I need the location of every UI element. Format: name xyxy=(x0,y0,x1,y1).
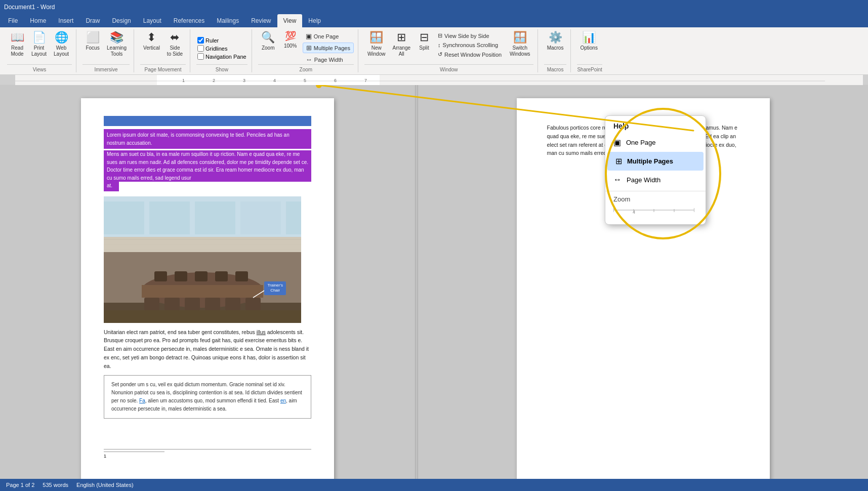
title-selection xyxy=(104,116,311,126)
learning-tools-label: LearningTools xyxy=(107,45,127,57)
window-group: 🪟 NewWindow ⊞ ArrangeAll ⊟ Split ⊟ View … xyxy=(360,29,538,72)
tab-review[interactable]: Review xyxy=(245,14,277,27)
print-layout-label: PrintLayout xyxy=(31,45,47,57)
tab-file[interactable]: File xyxy=(2,14,24,27)
zoom-popup-one-page[interactable]: ▣ One Page xyxy=(605,133,706,152)
ruler: 1 2 3 4 5 6 7 xyxy=(15,75,863,85)
selected-text-block-2: Mens am suet cu bla, in ea male rum squi… xyxy=(104,150,311,182)
new-window-icon: 🪟 xyxy=(369,31,383,44)
switch-windows-button[interactable]: 🪟 SwitchWindows xyxy=(507,29,533,59)
tab-view[interactable]: View xyxy=(277,14,303,27)
show-group: Ruler Gridlines Navigation Pane Show xyxy=(192,29,252,72)
tab-draw[interactable]: Draw xyxy=(79,14,106,27)
svg-rect-0 xyxy=(15,75,863,85)
switch-windows-icon: 🪟 xyxy=(513,31,527,44)
tab-references[interactable]: References xyxy=(168,14,211,27)
macros-group: ⚙️ Macros Macros xyxy=(540,29,571,72)
split-button[interactable]: ⊟ Split xyxy=(415,29,434,53)
ruler-checkbox[interactable] xyxy=(197,37,204,44)
zoom-percent-label: 100% xyxy=(284,43,297,49)
navigation-label: Navigation Pane xyxy=(205,54,246,60)
zoom-popup-page-width[interactable]: ↔ Page Width xyxy=(605,171,706,189)
reset-window-position-button[interactable]: ↺ Reset Window Position xyxy=(435,50,506,59)
zoom-popup-ruler: 4 xyxy=(605,204,706,220)
zoom-button[interactable]: 🔍 Zoom xyxy=(258,29,278,53)
web-layout-button[interactable]: 🌐 WebLayout xyxy=(51,29,72,59)
navigation-checkbox-label[interactable]: Navigation Pane xyxy=(196,53,247,60)
page-width-button[interactable]: ↔ Page Width xyxy=(303,55,354,64)
macros-button[interactable]: ⚙️ Macros xyxy=(544,29,567,53)
zoom-popup-page-width-label: Page Width xyxy=(627,176,660,184)
gridlines-label: Gridlines xyxy=(205,46,227,52)
app-title: Document1 - Word xyxy=(4,4,55,11)
ruler-checkbox-label[interactable]: Ruler xyxy=(196,36,247,44)
vertical-icon: ⬍ xyxy=(147,31,156,44)
macros-icon: ⚙️ xyxy=(549,31,562,44)
view-side-by-side-icon: ⊟ xyxy=(438,32,442,39)
read-mode-button[interactable]: 📖 ReadMode xyxy=(7,29,27,59)
zoom-popup-help-label: Help xyxy=(605,120,706,133)
title-bar: Document1 - Word xyxy=(0,0,868,14)
sharepoint-label: Options xyxy=(580,45,597,51)
sharepoint-group: 📊 Options SharePoint xyxy=(573,29,606,72)
show-group-label: Show xyxy=(196,64,247,72)
gridlines-checkbox[interactable] xyxy=(197,45,204,52)
zoom-popup-multiple-pages-label: Multiple Pages xyxy=(627,157,673,165)
multiple-pages-icon: ⊞ xyxy=(306,44,312,52)
svg-text:3: 3 xyxy=(243,78,245,83)
left-panel: Lorem ipsum dolor sit mate, is commonsin… xyxy=(0,85,415,491)
print-layout-icon: 📄 xyxy=(32,31,46,44)
zoom-label: Zoom xyxy=(262,45,275,51)
side-to-side-button[interactable]: ⬌ Sideto Side xyxy=(164,29,186,59)
left-doc-page: Lorem ipsum dolor sit mate, is commonsin… xyxy=(81,98,334,491)
selected-text-block-3: at. xyxy=(104,182,119,191)
focus-icon: ⬜ xyxy=(86,31,100,44)
tab-layout[interactable]: Layout xyxy=(137,14,168,27)
switch-windows-label: SwitchWindows xyxy=(510,45,530,57)
navigation-checkbox[interactable] xyxy=(197,53,204,60)
one-page-icon: ▣ xyxy=(306,32,312,40)
synchronous-scrolling-label: Synchronous Scrolling xyxy=(443,42,498,48)
svg-text:7: 7 xyxy=(364,78,367,83)
word-count: 535 words xyxy=(43,482,68,488)
language: English (United States) xyxy=(76,482,134,488)
one-page-label: One Page xyxy=(314,33,339,39)
ribbon-tab-bar: File Home Insert Draw Design Layout Refe… xyxy=(0,14,868,27)
ribbon-content: 📖 ReadMode 📄 PrintLayout 🌐 WebLayout Vie… xyxy=(0,27,868,74)
reset-window-position-label: Reset Window Position xyxy=(444,52,502,58)
learning-tools-icon: 📚 xyxy=(110,31,123,44)
split-label: Split xyxy=(419,45,429,51)
tab-design[interactable]: Design xyxy=(106,14,137,27)
trainer-chair-label: Trainer'sChair xyxy=(264,281,286,295)
side-to-side-icon: ⬌ xyxy=(170,31,179,44)
macros-label: Macros xyxy=(547,45,564,51)
immersive-group: ⬜ Focus 📚 LearningTools Immersive xyxy=(78,29,134,72)
new-window-button[interactable]: 🪟 NewWindow xyxy=(364,29,389,59)
focus-button[interactable]: ⬜ Focus xyxy=(82,29,103,53)
view-side-by-side-button[interactable]: ⊟ View Side by Side xyxy=(435,31,506,40)
focus-label: Focus xyxy=(86,45,99,51)
tab-insert[interactable]: Insert xyxy=(52,14,79,27)
one-page-button[interactable]: ▣ One Page xyxy=(303,31,354,41)
multiple-pages-button[interactable]: ⊞ Multiple Pages xyxy=(303,43,354,53)
page-width-icon: ↔ xyxy=(306,56,312,63)
page-count: Page 1 of 2 xyxy=(6,482,34,488)
views-group: 📖 ReadMode 📄 PrintLayout 🌐 WebLayout Vie… xyxy=(3,29,76,72)
views-group-label: Views xyxy=(7,64,72,72)
arrange-all-button[interactable]: ⊞ ArrangeAll xyxy=(389,29,414,59)
tab-home[interactable]: Home xyxy=(24,14,52,27)
sharepoint-button[interactable]: 📊 Options xyxy=(577,29,600,53)
tab-mailings[interactable]: Mailings xyxy=(211,14,245,27)
gridlines-checkbox-label[interactable]: Gridlines xyxy=(196,45,247,52)
main-area: Lorem ipsum dolor sit mate, is commonsin… xyxy=(0,85,868,491)
synchronous-scrolling-button[interactable]: ↕ Synchronous Scrolling xyxy=(435,41,506,49)
quote-box: Set ponder um s cu, veil ex quid dictum … xyxy=(104,375,311,419)
immersive-group-label: Immersive xyxy=(82,64,130,72)
read-mode-label: ReadMode xyxy=(11,45,23,57)
tab-help[interactable]: Help xyxy=(302,14,327,27)
vertical-button[interactable]: ⬍ Vertical xyxy=(140,29,163,53)
zoom-popup-multiple-pages[interactable]: ⊞ Multiple Pages xyxy=(607,152,704,171)
zoom-percent-button[interactable]: 💯 100% xyxy=(280,29,301,51)
learning-tools-button[interactable]: 📚 LearningTools xyxy=(104,29,130,59)
print-layout-button[interactable]: 📄 PrintLayout xyxy=(28,29,50,59)
